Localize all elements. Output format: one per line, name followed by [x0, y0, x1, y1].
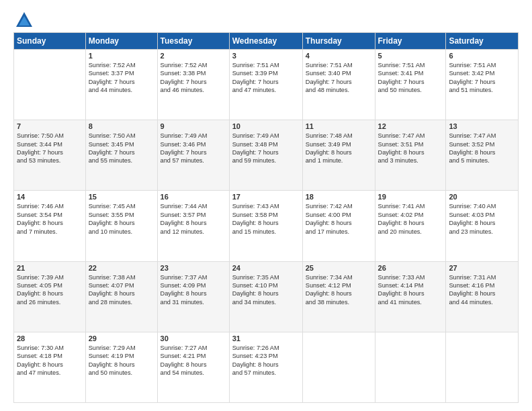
day-number: 29: [89, 334, 154, 342]
cell-content: Sunrise: 7:44 AMSunset: 3:57 PMDaylight:…: [161, 202, 226, 236]
day-number: 23: [161, 264, 226, 272]
calendar-cell: 3Sunrise: 7:51 AMSunset: 3:39 PMDaylight…: [229, 50, 302, 120]
calendar-cell: 6Sunrise: 7:51 AMSunset: 3:42 PMDaylight…: [446, 50, 519, 120]
calendar-header-row: SundayMondayTuesdayWednesdayThursdayFrid…: [14, 33, 519, 50]
calendar-cell: 22Sunrise: 7:38 AMSunset: 4:07 PMDayligh…: [85, 261, 157, 332]
day-number: 15: [89, 193, 154, 201]
calendar-cell: 26Sunrise: 7:33 AMSunset: 4:14 PMDayligh…: [375, 261, 446, 332]
calendar-cell: 24Sunrise: 7:35 AMSunset: 4:10 PMDayligh…: [229, 261, 302, 332]
calendar-cell: 10Sunrise: 7:49 AMSunset: 3:48 PMDayligh…: [229, 120, 302, 191]
calendar-cell: 21Sunrise: 7:39 AMSunset: 4:05 PMDayligh…: [14, 261, 86, 332]
day-number: 25: [306, 264, 372, 272]
cell-content: Sunrise: 7:38 AMSunset: 4:07 PMDaylight:…: [89, 273, 154, 307]
calendar-cell: 9Sunrise: 7:49 AMSunset: 3:46 PMDaylight…: [157, 120, 229, 191]
calendar-cell: 13Sunrise: 7:47 AMSunset: 3:52 PMDayligh…: [446, 120, 519, 191]
calendar-cell: 30Sunrise: 7:27 AMSunset: 4:21 PMDayligh…: [157, 332, 229, 402]
page: SundayMondayTuesdayWednesdayThursdayFrid…: [0, 0, 532, 411]
logo-icon: [15, 11, 34, 30]
calendar-cell: 5Sunrise: 7:51 AMSunset: 3:41 PMDaylight…: [375, 50, 446, 120]
calendar-cell: 11Sunrise: 7:48 AMSunset: 3:49 PMDayligh…: [302, 120, 375, 191]
cell-content: Sunrise: 7:46 AMSunset: 3:54 PMDaylight:…: [17, 202, 83, 236]
calendar-cell: 25Sunrise: 7:34 AMSunset: 4:12 PMDayligh…: [302, 261, 375, 332]
calendar-cell: 20Sunrise: 7:40 AMSunset: 4:03 PMDayligh…: [446, 191, 519, 261]
day-number: 21: [17, 264, 83, 272]
cell-content: Sunrise: 7:26 AMSunset: 4:23 PMDaylight:…: [232, 344, 300, 377]
calendar-cell: 17Sunrise: 7:43 AMSunset: 3:58 PMDayligh…: [229, 191, 302, 261]
weekday-header-wednesday: Wednesday: [229, 33, 302, 50]
weekday-header-saturday: Saturday: [446, 33, 519, 50]
logo: [13, 11, 34, 26]
cell-content: Sunrise: 7:30 AMSunset: 4:18 PMDaylight:…: [17, 344, 83, 377]
cell-content: Sunrise: 7:41 AMSunset: 4:02 PMDaylight:…: [378, 202, 443, 236]
day-number: 6: [449, 52, 515, 60]
cell-content: Sunrise: 7:48 AMSunset: 3:49 PMDaylight:…: [306, 132, 372, 165]
day-number: 26: [378, 264, 443, 272]
calendar-week-row: 21Sunrise: 7:39 AMSunset: 4:05 PMDayligh…: [14, 261, 519, 332]
cell-content: Sunrise: 7:39 AMSunset: 4:05 PMDaylight:…: [17, 273, 83, 307]
cell-content: Sunrise: 7:51 AMSunset: 3:40 PMDaylight:…: [306, 61, 372, 95]
day-number: 31: [232, 334, 300, 342]
weekday-header-monday: Monday: [85, 33, 157, 50]
header: [13, 11, 519, 26]
cell-content: Sunrise: 7:45 AMSunset: 3:55 PMDaylight:…: [89, 202, 154, 236]
day-number: 16: [161, 193, 226, 201]
calendar-cell: 14Sunrise: 7:46 AMSunset: 3:54 PMDayligh…: [14, 191, 86, 261]
calendar-week-row: 28Sunrise: 7:30 AMSunset: 4:18 PMDayligh…: [14, 332, 519, 402]
cell-content: Sunrise: 7:52 AMSunset: 3:38 PMDaylight:…: [161, 61, 226, 95]
cell-content: Sunrise: 7:42 AMSunset: 4:00 PMDaylight:…: [306, 202, 372, 236]
cell-content: Sunrise: 7:52 AMSunset: 3:37 PMDaylight:…: [89, 61, 154, 95]
calendar-cell: 12Sunrise: 7:47 AMSunset: 3:51 PMDayligh…: [375, 120, 446, 191]
calendar-cell: 23Sunrise: 7:37 AMSunset: 4:09 PMDayligh…: [157, 261, 229, 332]
day-number: 27: [449, 264, 515, 272]
cell-content: Sunrise: 7:47 AMSunset: 3:52 PMDaylight:…: [449, 132, 515, 165]
cell-content: Sunrise: 7:29 AMSunset: 4:19 PMDaylight:…: [89, 344, 154, 377]
calendar-cell: 8Sunrise: 7:50 AMSunset: 3:45 PMDaylight…: [85, 120, 157, 191]
day-number: 12: [378, 122, 443, 130]
calendar-cell: 16Sunrise: 7:44 AMSunset: 3:57 PMDayligh…: [157, 191, 229, 261]
cell-content: Sunrise: 7:34 AMSunset: 4:12 PMDaylight:…: [306, 273, 372, 307]
cell-content: Sunrise: 7:49 AMSunset: 3:46 PMDaylight:…: [161, 132, 226, 165]
day-number: 9: [161, 122, 226, 130]
calendar-cell: 1Sunrise: 7:52 AMSunset: 3:37 PMDaylight…: [85, 50, 157, 120]
cell-content: Sunrise: 7:31 AMSunset: 4:16 PMDaylight:…: [449, 273, 515, 307]
calendar-cell: [14, 50, 86, 120]
calendar-week-row: 1Sunrise: 7:52 AMSunset: 3:37 PMDaylight…: [14, 50, 519, 120]
calendar-week-row: 14Sunrise: 7:46 AMSunset: 3:54 PMDayligh…: [14, 191, 519, 261]
day-number: 20: [449, 193, 515, 201]
cell-content: Sunrise: 7:51 AMSunset: 3:42 PMDaylight:…: [449, 61, 515, 95]
day-number: 28: [17, 334, 83, 342]
day-number: 17: [232, 193, 300, 201]
calendar-cell: 31Sunrise: 7:26 AMSunset: 4:23 PMDayligh…: [229, 332, 302, 402]
cell-content: Sunrise: 7:47 AMSunset: 3:51 PMDaylight:…: [378, 132, 443, 165]
calendar-week-row: 7Sunrise: 7:50 AMSunset: 3:44 PMDaylight…: [14, 120, 519, 191]
calendar-body: 1Sunrise: 7:52 AMSunset: 3:37 PMDaylight…: [14, 50, 519, 403]
weekday-header-friday: Friday: [375, 33, 446, 50]
calendar-cell: [302, 332, 375, 402]
cell-content: Sunrise: 7:49 AMSunset: 3:48 PMDaylight:…: [232, 132, 300, 165]
calendar-cell: 2Sunrise: 7:52 AMSunset: 3:38 PMDaylight…: [157, 50, 229, 120]
calendar-cell: [446, 332, 519, 402]
day-number: 1: [89, 52, 154, 60]
calendar-cell: 18Sunrise: 7:42 AMSunset: 4:00 PMDayligh…: [302, 191, 375, 261]
day-number: 13: [449, 122, 515, 130]
calendar-cell: 29Sunrise: 7:29 AMSunset: 4:19 PMDayligh…: [85, 332, 157, 402]
calendar-cell: [375, 332, 446, 402]
calendar-cell: 4Sunrise: 7:51 AMSunset: 3:40 PMDaylight…: [302, 50, 375, 120]
calendar-cell: 19Sunrise: 7:41 AMSunset: 4:02 PMDayligh…: [375, 191, 446, 261]
cell-content: Sunrise: 7:43 AMSunset: 3:58 PMDaylight:…: [232, 202, 300, 236]
cell-content: Sunrise: 7:51 AMSunset: 3:39 PMDaylight:…: [232, 61, 300, 95]
day-number: 2: [161, 52, 226, 60]
cell-content: Sunrise: 7:37 AMSunset: 4:09 PMDaylight:…: [161, 273, 226, 307]
day-number: 22: [89, 264, 154, 272]
day-number: 8: [89, 122, 154, 130]
day-number: 3: [232, 52, 300, 60]
day-number: 7: [17, 122, 83, 130]
day-number: 11: [306, 122, 372, 130]
calendar-cell: 15Sunrise: 7:45 AMSunset: 3:55 PMDayligh…: [85, 191, 157, 261]
calendar-cell: 28Sunrise: 7:30 AMSunset: 4:18 PMDayligh…: [14, 332, 86, 402]
cell-content: Sunrise: 7:50 AMSunset: 3:44 PMDaylight:…: [17, 132, 83, 165]
calendar-cell: 7Sunrise: 7:50 AMSunset: 3:44 PMDaylight…: [14, 120, 86, 191]
cell-content: Sunrise: 7:35 AMSunset: 4:10 PMDaylight:…: [232, 273, 300, 307]
day-number: 4: [306, 52, 372, 60]
day-number: 19: [378, 193, 443, 201]
